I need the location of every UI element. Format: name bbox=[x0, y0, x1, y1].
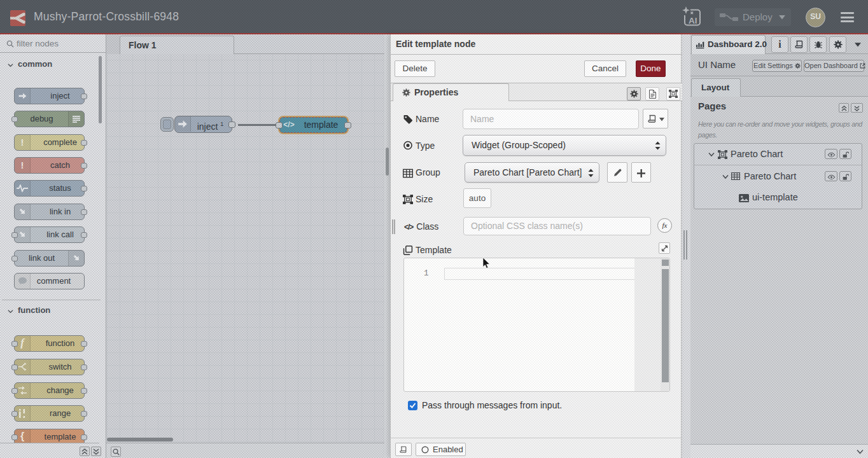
svg-text:AI: AI bbox=[689, 16, 697, 25]
